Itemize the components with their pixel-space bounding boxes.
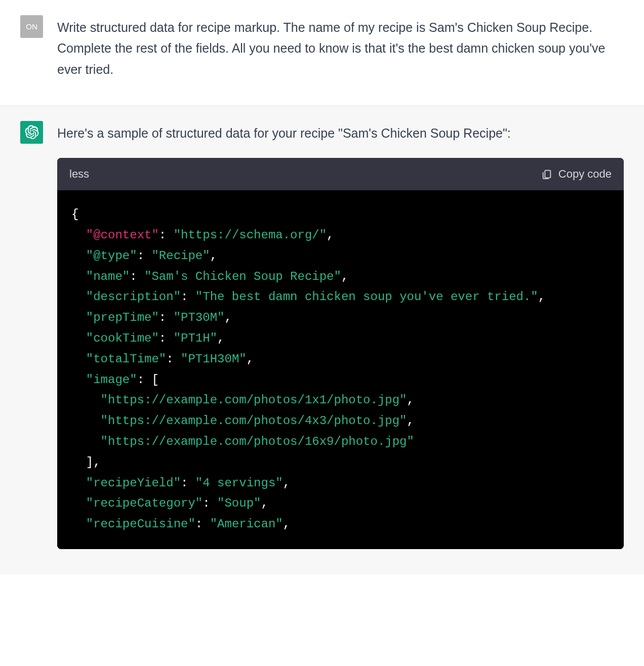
assistant-intro-text: Here's a sample of structured data for y… [57, 123, 624, 144]
code-block: less Copy code { "@context": "https://sc… [57, 158, 624, 549]
copy-code-button[interactable]: Copy code [541, 165, 612, 183]
user-avatar-label: ON [26, 22, 37, 31]
clipboard-icon [541, 169, 552, 180]
code-body[interactable]: { "@context": "https://schema.org/", "@t… [57, 190, 624, 549]
code-language-label: less [69, 165, 89, 183]
assistant-avatar [20, 121, 43, 144]
assistant-message-content: Here's a sample of structured data for y… [57, 121, 624, 549]
copy-code-label: Copy code [558, 165, 612, 183]
code-header: less Copy code [57, 158, 624, 190]
openai-logo-icon [25, 125, 39, 139]
user-message-text: Write structured data for recipe markup.… [57, 15, 624, 80]
user-avatar: ON [20, 15, 43, 38]
svg-rect-0 [545, 171, 550, 178]
assistant-message-row: Here's a sample of structured data for y… [0, 106, 644, 574]
user-message-row: ON Write structured data for recipe mark… [0, 0, 644, 106]
